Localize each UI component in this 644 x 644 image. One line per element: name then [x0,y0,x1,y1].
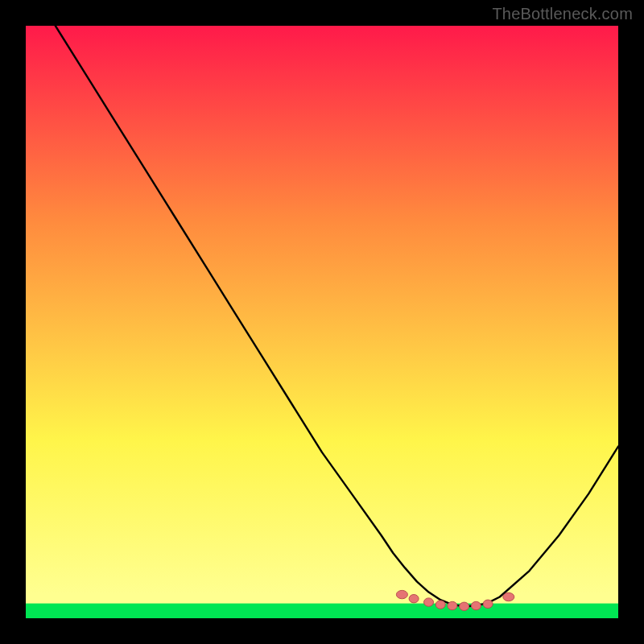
bottleneck-chart [26,26,618,618]
chart-stage: TheBottleneck.com [0,0,644,644]
highlight-dot [503,592,514,601]
highlight-dot [448,601,457,609]
highlight-dot [409,595,419,603]
plot-area [26,26,618,618]
highlight-dot [460,602,469,610]
highlight-dot [436,601,445,609]
highlight-dot [396,590,407,598]
highlight-dot [424,598,434,606]
green-band [26,604,618,618]
highlight-dot [471,601,481,609]
gradient-background [26,26,618,618]
watermark-text: TheBottleneck.com [492,5,633,23]
highlight-dot [483,600,493,608]
